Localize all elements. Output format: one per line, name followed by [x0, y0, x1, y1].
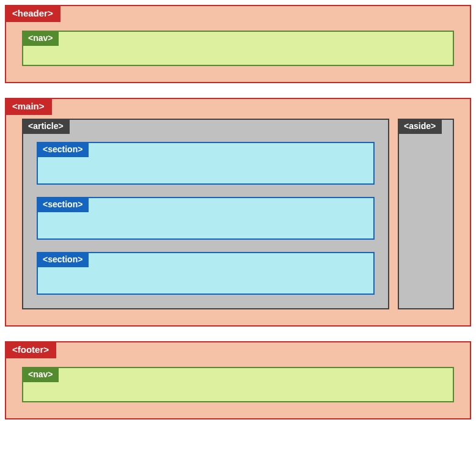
aside-tag-label: <aside> [398, 119, 442, 134]
section-box-2: <section> [37, 197, 375, 240]
footer-tag-label: <footer> [5, 341, 56, 358]
footer-nav-box: <nav> [22, 367, 454, 402]
footer-nav-tag-label: <nav> [22, 367, 59, 382]
article-box: <article> <section> <section> <section> [22, 119, 389, 309]
section-tag-label-2: <section> [37, 197, 89, 212]
header-nav-box: <nav> [22, 31, 454, 66]
main-region: <main> <article> <section> <section> <se… [5, 98, 471, 327]
main-tag-label: <main> [5, 98, 52, 115]
footer-region: <footer> <nav> [5, 341, 471, 419]
header-region: <header> <nav> [5, 5, 471, 83]
section-box-3: <section> [37, 252, 375, 295]
section-box-1: <section> [37, 142, 375, 185]
section-tag-label-3: <section> [37, 252, 89, 267]
header-tag-label: <header> [5, 5, 60, 22]
article-tag-label: <article> [22, 119, 70, 134]
header-nav-tag-label: <nav> [22, 31, 59, 46]
section-tag-label-1: <section> [37, 142, 89, 157]
main-row: <article> <section> <section> <section> … [22, 116, 454, 309]
aside-box: <aside> [398, 119, 454, 309]
